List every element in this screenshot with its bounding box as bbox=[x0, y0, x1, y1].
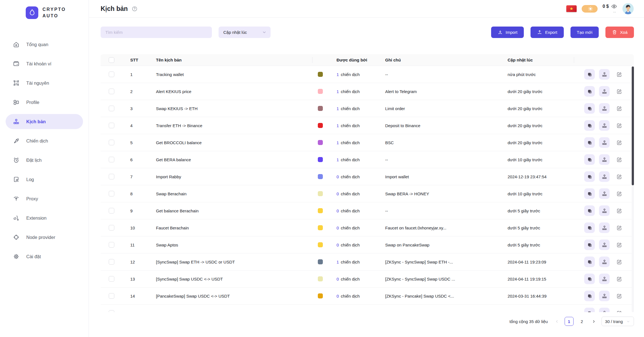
edit-button[interactable] bbox=[614, 308, 624, 312]
search-input[interactable] bbox=[101, 27, 212, 38]
campaign-button[interactable] bbox=[599, 137, 610, 148]
sidebar-item-tai-khoan-vi[interactable]: Tài khoản ví bbox=[6, 56, 83, 71]
copy-button[interactable] bbox=[584, 171, 595, 182]
sidebar-item-node-provider[interactable]: Node provider bbox=[6, 230, 83, 245]
copy-button[interactable] bbox=[584, 69, 595, 80]
row-name[interactable]: Swap Aptos bbox=[145, 236, 312, 253]
pagination-page-1[interactable]: 1 bbox=[565, 317, 574, 326]
edit-button[interactable] bbox=[614, 274, 624, 284]
row-checkbox[interactable] bbox=[109, 157, 114, 162]
edit-button[interactable] bbox=[614, 188, 624, 199]
create-button[interactable]: Tạo mới bbox=[570, 27, 599, 38]
sidebar-item-cai-dat[interactable]: Cài đặt bbox=[6, 249, 83, 264]
sidebar-item-extension[interactable]: Extension bbox=[6, 210, 83, 226]
pagination-prev-icon[interactable] bbox=[553, 317, 561, 326]
row-checkbox[interactable] bbox=[109, 276, 114, 282]
scrollbar-thumb[interactable] bbox=[632, 67, 634, 185]
select-all-checkbox[interactable] bbox=[109, 57, 114, 63]
eye-icon[interactable] bbox=[611, 3, 617, 10]
row-name[interactable]: Swap Berachain bbox=[145, 185, 312, 202]
copy-button[interactable] bbox=[584, 291, 595, 301]
row-name[interactable]: [SyncSwap] Swap USDC <-> USDT bbox=[145, 270, 312, 287]
sidebar-item-kich-ban[interactable]: Kịch bản bbox=[6, 114, 83, 129]
row-name[interactable]: Faucet Berachain bbox=[145, 219, 312, 236]
row-name[interactable]: Transfer ETH -> Binance bbox=[145, 117, 312, 134]
edit-button[interactable] bbox=[614, 120, 624, 131]
campaign-button[interactable] bbox=[599, 308, 610, 312]
row-checkbox[interactable] bbox=[109, 191, 114, 196]
export-button[interactable]: Export bbox=[531, 27, 564, 38]
campaign-button[interactable] bbox=[599, 86, 610, 97]
copy-button[interactable] bbox=[584, 205, 595, 216]
edit-button[interactable] bbox=[614, 222, 624, 233]
vietnam-flag-icon[interactable] bbox=[566, 5, 577, 12]
edit-button[interactable] bbox=[614, 154, 624, 165]
campaign-button[interactable] bbox=[599, 103, 610, 114]
copy-button[interactable] bbox=[584, 274, 595, 284]
row-name[interactable]: [SyncSwap] Swap ETH -> USDC or USDT bbox=[145, 253, 312, 270]
help-icon[interactable] bbox=[132, 6, 138, 12]
row-name[interactable]: [PancakeSwap] Swap USDC <-> USDT bbox=[145, 288, 312, 304]
edit-button[interactable] bbox=[614, 86, 624, 97]
row-checkbox[interactable] bbox=[109, 106, 114, 111]
row-checkbox[interactable] bbox=[109, 208, 114, 213]
row-name[interactable]: Alert KEKIUS price bbox=[145, 83, 312, 100]
edit-button[interactable] bbox=[614, 171, 624, 182]
edit-button[interactable] bbox=[614, 239, 624, 250]
edit-button[interactable] bbox=[614, 137, 624, 148]
row-checkbox[interactable] bbox=[109, 225, 114, 231]
row-name[interactable]: Get BERA balance bbox=[145, 151, 312, 168]
campaign-button[interactable] bbox=[599, 120, 610, 131]
campaign-button[interactable] bbox=[599, 257, 610, 267]
row-checkbox[interactable] bbox=[109, 140, 114, 145]
copy-button[interactable] bbox=[584, 103, 595, 114]
campaign-button[interactable] bbox=[599, 239, 610, 250]
campaign-button[interactable] bbox=[599, 274, 610, 284]
row-checkbox[interactable] bbox=[109, 242, 114, 248]
sidebar-item-proxy[interactable]: Proxy bbox=[6, 191, 83, 206]
pagination-page-2[interactable]: 2 bbox=[577, 317, 586, 326]
edit-button[interactable] bbox=[614, 291, 624, 301]
row-name[interactable]: Get BROCCOLI balance bbox=[145, 134, 312, 151]
row-name[interactable]: Tracking wallet bbox=[145, 66, 312, 83]
filter-select[interactable]: Cập nhật lúc bbox=[219, 27, 271, 38]
theme-toggle[interactable] bbox=[582, 5, 598, 13]
row-checkbox[interactable] bbox=[109, 310, 114, 312]
copy-button[interactable] bbox=[584, 120, 595, 131]
copy-button[interactable] bbox=[584, 222, 595, 233]
row-name[interactable]: Import Rabby bbox=[145, 168, 312, 185]
copy-button[interactable] bbox=[584, 239, 595, 250]
import-button[interactable]: Import bbox=[491, 27, 524, 38]
row-checkbox[interactable] bbox=[109, 123, 114, 128]
pagination-next-icon[interactable] bbox=[590, 317, 598, 326]
copy-button[interactable] bbox=[584, 257, 595, 267]
edit-button[interactable] bbox=[614, 103, 624, 114]
delete-button[interactable]: Xoá bbox=[605, 27, 634, 38]
sidebar-item-dat-lich[interactable]: Đặt lịch bbox=[6, 153, 83, 168]
campaign-button[interactable] bbox=[599, 188, 610, 199]
copy-button[interactable] bbox=[584, 154, 595, 165]
edit-button[interactable] bbox=[614, 69, 624, 80]
edit-button[interactable] bbox=[614, 205, 624, 216]
row-checkbox[interactable] bbox=[109, 259, 114, 265]
campaign-button[interactable] bbox=[599, 69, 610, 80]
copy-button[interactable] bbox=[584, 188, 595, 199]
sidebar-item-profile[interactable]: Profile bbox=[6, 95, 83, 110]
row-checkbox[interactable] bbox=[109, 293, 114, 299]
row-checkbox[interactable] bbox=[109, 89, 114, 94]
row-checkbox[interactable] bbox=[109, 174, 114, 179]
copy-button[interactable] bbox=[584, 86, 595, 97]
copy-button[interactable] bbox=[584, 308, 595, 312]
edit-button[interactable] bbox=[614, 257, 624, 267]
row-name[interactable]: Get balance Berachain bbox=[145, 202, 312, 219]
sidebar-item-tong-quan[interactable]: Tổng quan bbox=[6, 37, 83, 52]
campaign-button[interactable] bbox=[599, 205, 610, 216]
sidebar-item-log[interactable]: Log bbox=[6, 172, 83, 187]
page-size-select[interactable]: 30 / trang bbox=[602, 317, 634, 326]
campaign-button[interactable] bbox=[599, 154, 610, 165]
row-checkbox[interactable] bbox=[109, 72, 114, 77]
sidebar-item-tai-nguyen[interactable]: Tài nguyên bbox=[6, 75, 83, 91]
row-name[interactable]: Swap KEKIUS -> ETH bbox=[145, 100, 312, 117]
campaign-button[interactable] bbox=[599, 171, 610, 182]
campaign-button[interactable] bbox=[599, 222, 610, 233]
